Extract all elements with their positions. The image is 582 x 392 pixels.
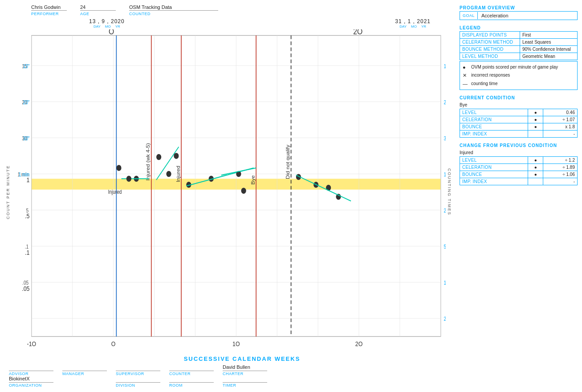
timer-value [223, 376, 267, 381]
svg-text:1 min: 1 min [444, 172, 446, 177]
change-stats-table: LEVEL ● ÷ 1.2 CELERATION ● ÷ 1.89 BOUNCE… [460, 156, 578, 185]
performer-label: PERFORMER [31, 12, 67, 16]
stats-row: BOUNCE ● x 1.8 [460, 123, 578, 131]
current-condition-title: CURRENT CONDITION [460, 94, 578, 101]
stats-row: CELERATION ● ÷ 1.07 [460, 116, 578, 123]
performer-field: Chris Godwin PERFORMER [31, 4, 67, 16]
svg-point-67 [174, 153, 179, 159]
counted-label: COUNTED [129, 12, 218, 16]
svg-text:Did not qualify: Did not qualify [285, 144, 290, 179]
svg-text:.1: .1 [25, 249, 29, 256]
counter-value [169, 364, 214, 370]
date-row: 13 , 9 , 2020 DAY MO YR 31 , 1 , 2021 DA… [4, 18, 453, 29]
manager-value [62, 364, 107, 370]
y-axis-left-label: COUNT PER MINUTE [4, 29, 12, 355]
charter-value: David Bullen [223, 364, 267, 370]
legend-row: LEVEL METHOD Geometric Mean [460, 53, 578, 60]
svg-text:-1O: -1O [27, 340, 37, 347]
svg-text:20': 20' [444, 316, 446, 322]
svg-text:20": 20" [23, 99, 30, 105]
stats-row: LEVEL ● 0.46 [460, 109, 578, 116]
svg-text:O: O [109, 29, 114, 36]
svg-text:2O: 2O [355, 340, 362, 347]
svg-text:10': 10' [444, 280, 446, 286]
organization-value: BiokinetX [9, 376, 53, 381]
svg-text:30": 30" [444, 135, 446, 141]
supervisor-value [116, 364, 160, 370]
division-value [116, 376, 160, 381]
date-end: 31 , 1 , 2021 DAY MO YR [395, 18, 431, 29]
x-axis-label: SUCCESSIVE CALENDAR WEEKS [4, 355, 453, 362]
svg-text:Injured (wk 4-5): Injured (wk 4-5) [146, 143, 151, 181]
room-label: ROOM [169, 382, 214, 388]
timer-label: TIMER [223, 382, 267, 388]
current-condition-section: CURRENT CONDITION Bye LEVEL ● 0.46 CELER… [460, 94, 578, 138]
charter-label: CHARTER [223, 371, 267, 376]
svg-text:30": 30" [23, 135, 30, 141]
footer: ADVISOR BiokinetX ORGANIZATION MANAGER S… [4, 364, 453, 388]
stats-row: IMP. INDEX - [460, 131, 578, 138]
legend-row: DISPLAYED POINTS First [460, 32, 578, 39]
age-label: AGE [80, 12, 116, 16]
age-field: 24 AGE [80, 4, 116, 16]
advisor-field: ADVISOR BiokinetX ORGANIZATION [9, 364, 53, 388]
y-axis-right-label: COUNTING TIMES [446, 29, 453, 355]
svg-text:Injured: Injured [176, 166, 181, 182]
division-label: DIVISION [116, 382, 160, 388]
counted-value: OSM Tracking Data [129, 4, 218, 11]
legend-title: LEGEND [460, 24, 578, 31]
svg-text:15": 15" [23, 63, 30, 69]
legend-item-incorrect: ✕ incorrect responses [463, 71, 574, 80]
advisor-value [9, 364, 53, 370]
program-overview-section: PROGRAM OVERVIEW GOAL Acceleration [460, 4, 578, 20]
stats-row: LEVEL ● ÷ 1.2 [460, 157, 578, 164]
dash-icon: — [463, 81, 469, 86]
svg-point-64 [156, 154, 161, 160]
svg-text:O: O [111, 340, 116, 347]
supervisor-label: SUPERVISOR [116, 371, 160, 376]
svg-text:1: 1 [26, 176, 29, 184]
legend-row: CELERATION METHOD Least Squares [460, 39, 578, 46]
svg-text:15": 15" [444, 63, 446, 69]
dot-icon: ● [463, 65, 469, 70]
counted-field: OSM Tracking Data COUNTED [129, 4, 218, 16]
right-panel: PROGRAM OVERVIEW GOAL Acceleration LEGEN… [453, 4, 578, 388]
x-icon: ✕ [463, 73, 469, 78]
current-stats-table: LEVEL ● 0.46 CELERATION ● ÷ 1.07 BOUNCE … [460, 109, 578, 138]
change-condition-value: Injured [460, 149, 578, 156]
stats-row: IMP. INDEX - [460, 178, 578, 185]
legend-row: BOUNCE METHOD 90% Confidence Interval [460, 46, 578, 53]
change-title: CHANGE FROM PREVIOUS CONDITION [460, 142, 578, 149]
svg-text:Injured: Injured [108, 189, 122, 195]
svg-text:2O: 2O [353, 29, 362, 36]
performer-value: Chris Godwin [31, 4, 67, 11]
svg-text:1O: 1O [232, 340, 240, 347]
stats-row: BOUNCE ● ÷ 1.06 [460, 171, 578, 178]
svg-text:Bye: Bye [251, 175, 256, 184]
room-value [169, 376, 214, 381]
goal-value: Acceleration [478, 12, 512, 20]
legend-section: LEGEND DISPLAYED POINTS First CELERATION… [460, 24, 578, 90]
date-start: 13 , 9 , 2020 DAY MO YR [89, 18, 125, 29]
svg-point-66 [166, 171, 171, 177]
svg-text:2': 2' [444, 208, 446, 213]
manager-field: MANAGER [62, 364, 107, 376]
stats-row: CELERATION ● ÷ 1.89 [460, 164, 578, 171]
counter-label: COUNTER [169, 371, 214, 376]
svg-text:.5: .5 [25, 212, 30, 220]
change-condition-section: CHANGE FROM PREVIOUS CONDITION Injured L… [460, 142, 578, 185]
svg-text:20": 20" [444, 99, 446, 105]
charter-field: David Bullen CHARTER TIMER [223, 364, 267, 388]
current-condition-value: Bye [460, 101, 578, 109]
legend-table: DISPLAYED POINTS First CELERATION METHOD… [460, 31, 578, 60]
goal-row: GOAL Acceleration [460, 11, 578, 20]
program-overview-title: PROGRAM OVERVIEW [460, 4, 578, 11]
svg-text:.05: .05 [22, 285, 29, 292]
advisor-label: ADVISOR [9, 371, 53, 376]
chart-area: 15" 20" 30" 1 min 5 .1 .05 15" 20" 30" 1… [12, 29, 446, 355]
organization-label: ORGANIZATION [9, 382, 53, 388]
svg-point-72 [241, 188, 246, 194]
age-value: 24 [80, 4, 116, 11]
manager-label: MANAGER [62, 371, 107, 376]
date-end-value: 31 , 1 , 2021 [395, 18, 431, 24]
